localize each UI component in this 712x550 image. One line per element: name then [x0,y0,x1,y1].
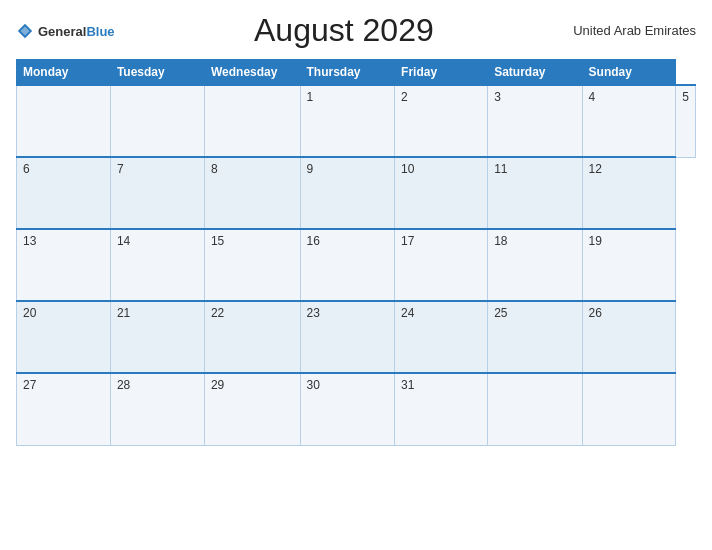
day-number: 10 [401,162,414,176]
calendar-row-1: 6789101112 [17,157,696,229]
calendar-cell: 24 [395,301,488,373]
day-number: 18 [494,234,507,248]
day-number: 27 [23,378,36,392]
day-number: 13 [23,234,36,248]
day-number: 11 [494,162,507,176]
header: GeneralBlue August 2029 United Arab Emir… [16,12,696,49]
calendar-row-3: 20212223242526 [17,301,696,373]
header-tuesday: Tuesday [110,60,204,86]
day-number: 14 [117,234,130,248]
page: GeneralBlue August 2029 United Arab Emir… [0,0,712,550]
day-number: 28 [117,378,130,392]
calendar-cell: 20 [17,301,111,373]
calendar-row-2: 13141516171819 [17,229,696,301]
country-label: United Arab Emirates [573,23,696,38]
day-number: 25 [494,306,507,320]
month-title: August 2029 [115,12,574,49]
calendar-cell: 23 [300,301,395,373]
calendar-row-4: 2728293031 [17,373,696,445]
logo-general: GeneralBlue [38,22,115,40]
day-number: 5 [682,90,689,104]
calendar-cell: 27 [17,373,111,445]
calendar-cell: 14 [110,229,204,301]
calendar-cell [582,373,676,445]
calendar-cell: 10 [395,157,488,229]
day-number: 4 [589,90,596,104]
day-number: 26 [589,306,602,320]
calendar-cell: 5 [676,85,696,157]
day-number: 6 [23,162,30,176]
calendar-cell [110,85,204,157]
calendar-cell: 22 [204,301,300,373]
calendar-cell: 8 [204,157,300,229]
day-number: 31 [401,378,414,392]
calendar-cell: 19 [582,229,676,301]
calendar-cell: 2 [395,85,488,157]
calendar-cell: 9 [300,157,395,229]
day-number: 21 [117,306,130,320]
calendar-cell: 17 [395,229,488,301]
calendar-cell [204,85,300,157]
day-number: 22 [211,306,224,320]
header-thursday: Thursday [300,60,395,86]
calendar-cell: 12 [582,157,676,229]
day-number: 12 [589,162,602,176]
calendar-cell [488,373,582,445]
calendar-cell [17,85,111,157]
calendar-table: Monday Tuesday Wednesday Thursday Friday… [16,59,696,446]
day-number: 8 [211,162,218,176]
calendar-cell: 25 [488,301,582,373]
calendar-cell: 13 [17,229,111,301]
logo: GeneralBlue [16,22,115,40]
day-number: 20 [23,306,36,320]
calendar-cell: 31 [395,373,488,445]
day-number: 17 [401,234,414,248]
header-wednesday: Wednesday [204,60,300,86]
calendar-cell: 11 [488,157,582,229]
logo-icon [16,22,34,40]
header-friday: Friday [395,60,488,86]
calendar-cell: 7 [110,157,204,229]
day-number: 24 [401,306,414,320]
calendar-cell: 6 [17,157,111,229]
calendar-cell: 29 [204,373,300,445]
calendar-cell: 30 [300,373,395,445]
weekday-header-row: Monday Tuesday Wednesday Thursday Friday… [17,60,696,86]
day-number: 3 [494,90,501,104]
day-number: 15 [211,234,224,248]
day-number: 16 [307,234,320,248]
calendar-cell: 21 [110,301,204,373]
day-number: 9 [307,162,314,176]
calendar-cell: 16 [300,229,395,301]
calendar-cell: 28 [110,373,204,445]
calendar-cell: 3 [488,85,582,157]
day-number: 2 [401,90,408,104]
calendar-cell: 1 [300,85,395,157]
day-number: 19 [589,234,602,248]
header-monday: Monday [17,60,111,86]
day-number: 23 [307,306,320,320]
header-saturday: Saturday [488,60,582,86]
calendar-cell: 26 [582,301,676,373]
day-number: 30 [307,378,320,392]
calendar-cell: 15 [204,229,300,301]
calendar-row-0: 12345 [17,85,696,157]
calendar-cell: 18 [488,229,582,301]
calendar-cell: 4 [582,85,676,157]
header-sunday: Sunday [582,60,676,86]
day-number: 1 [307,90,314,104]
day-number: 29 [211,378,224,392]
day-number: 7 [117,162,124,176]
